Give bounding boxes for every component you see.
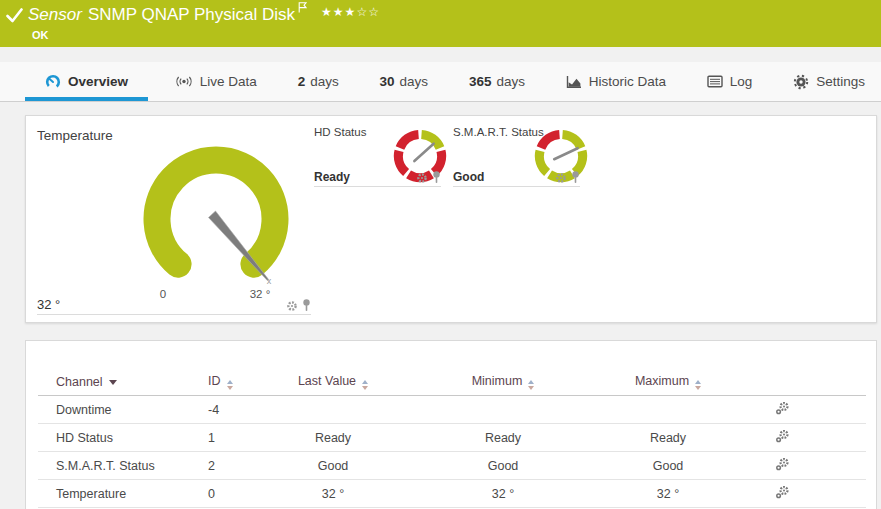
- sort-header-minimum[interactable]: Minimum: [398, 374, 608, 390]
- sort-header-last-value[interactable]: Last Value: [268, 374, 398, 390]
- log-icon: [707, 75, 723, 88]
- channel-settings-gear-icon[interactable]: [775, 401, 790, 415]
- smart-status-channel-title: S.M.A.R.T. Status: [453, 126, 544, 138]
- priority-stars[interactable]: ★★★☆☆: [321, 2, 380, 22]
- sensor-name: SNMP QNAP Physical Disk: [88, 5, 295, 25]
- tab-overview[interactable]: Overview: [25, 62, 148, 101]
- table-row-temperature[interactable]: Temperature 0 32 ° 32 ° 32 °: [38, 480, 866, 508]
- pin-icon[interactable]: [432, 171, 441, 184]
- cell-minimum: 32 °: [398, 487, 608, 501]
- tab-historic-data[interactable]: Historic Data: [552, 62, 680, 101]
- chart-icon: [566, 75, 582, 89]
- needle-marker: x: [262, 276, 276, 286]
- sort-header-maximum[interactable]: Maximum: [608, 374, 728, 390]
- cell-last-value: Ready: [268, 431, 398, 445]
- cell-last-value: Good: [268, 459, 398, 473]
- hd-status-footer: Ready: [314, 162, 441, 187]
- sort-icon: [695, 380, 701, 390]
- cell-id: -4: [208, 403, 268, 417]
- cell-id: 2: [208, 459, 268, 473]
- channel-settings-gear-icon[interactable]: [775, 457, 790, 471]
- gear-icon[interactable]: [286, 300, 298, 312]
- temperature-footer: 32 °: [37, 290, 311, 315]
- tab-365-days[interactable]: 365days: [455, 62, 539, 101]
- gauges-panel: Temperature 0 32 ° x 32 ° HD Status: [25, 115, 877, 323]
- tab-settings[interactable]: Settings: [779, 62, 879, 101]
- smart-status-value: Good: [453, 170, 484, 184]
- gauge-needle: [414, 144, 433, 161]
- gauge-icon: [45, 74, 61, 90]
- smart-status-footer: Good: [453, 162, 580, 187]
- gear-icon: [793, 74, 809, 90]
- sort-icon: [227, 380, 233, 390]
- cell-channel: HD Status: [56, 431, 208, 445]
- channels-table-panel: Channel ID Last Value Minimum Maximum Do…: [25, 340, 877, 509]
- pin-icon[interactable]: [302, 299, 311, 312]
- sensor-tab-bar: Overview Live Data 2days 30days 365days …: [0, 62, 881, 102]
- gauge-needle: [554, 148, 577, 159]
- hd-status-channel-title: HD Status: [314, 126, 366, 138]
- cell-maximum: 32 °: [608, 487, 728, 501]
- ok-check-icon: [6, 8, 23, 27]
- cell-minimum: Good: [398, 459, 608, 473]
- cell-last-value: 32 °: [268, 487, 398, 501]
- cell-maximum: Good: [608, 459, 728, 473]
- hd-status-value: Ready: [314, 170, 350, 184]
- channel-settings-gear-icon[interactable]: [775, 429, 790, 443]
- tab-log[interactable]: Log: [693, 62, 767, 101]
- cell-minimum: Ready: [398, 431, 608, 445]
- cell-id: 0: [208, 487, 268, 501]
- object-kind-label: Sensor: [28, 5, 82, 25]
- tab-30-days[interactable]: 30days: [366, 62, 443, 101]
- temperature-value: 32 °: [37, 297, 60, 312]
- cell-channel: S.M.A.R.T. Status: [56, 459, 208, 473]
- sort-desc-icon: [109, 380, 117, 385]
- cell-channel: Downtime: [56, 403, 208, 417]
- tab-2-days[interactable]: 2days: [284, 62, 353, 101]
- channels-table-header: Channel ID Last Value Minimum Maximum: [38, 369, 866, 396]
- sort-icon: [528, 380, 534, 390]
- prtg-sensor-page: Sensor SNMP QNAP Physical Disk ★★★☆☆ OK …: [0, 0, 881, 509]
- cell-channel: Temperature: [56, 487, 208, 501]
- priority-flag-icon: [298, 0, 307, 18]
- table-row-hd-status[interactable]: HD Status 1 Ready Ready Ready: [38, 424, 866, 452]
- stars-empty: ☆☆: [356, 5, 380, 19]
- live-icon: [175, 75, 193, 88]
- table-row-downtime[interactable]: Downtime -4: [38, 396, 866, 424]
- table-row-smart-status[interactable]: S.M.A.R.T. Status 2 Good Good Good: [38, 452, 866, 480]
- channel-settings-gear-icon[interactable]: [775, 485, 790, 499]
- tab-live-data[interactable]: Live Data: [161, 62, 271, 101]
- sort-header-id[interactable]: ID: [208, 374, 268, 390]
- sort-icon: [362, 380, 368, 390]
- sensor-status-header: Sensor SNMP QNAP Physical Disk ★★★☆☆ OK: [0, 0, 881, 47]
- cell-id: 1: [208, 431, 268, 445]
- pin-icon[interactable]: [571, 171, 580, 184]
- cell-maximum: Ready: [608, 431, 728, 445]
- sensor-status-text: OK: [32, 29, 380, 41]
- stars-filled: ★★★: [321, 5, 356, 19]
- sort-header-channel[interactable]: Channel: [56, 375, 208, 389]
- temperature-channel-title: Temperature: [37, 128, 113, 143]
- gear-icon[interactable]: [416, 172, 428, 184]
- sensor-title-line: Sensor SNMP QNAP Physical Disk ★★★☆☆: [28, 5, 380, 26]
- gear-icon[interactable]: [555, 172, 567, 184]
